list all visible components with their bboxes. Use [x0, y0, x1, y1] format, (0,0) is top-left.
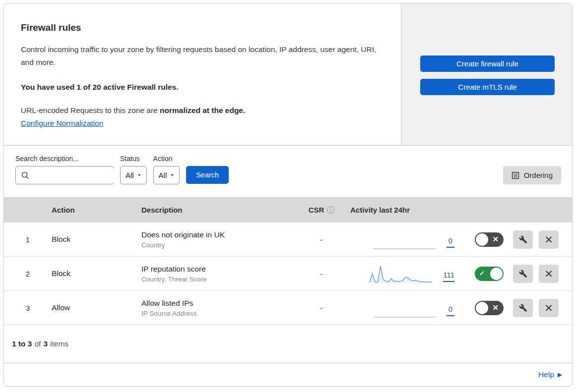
- rule-csr: -: [297, 235, 346, 244]
- action-select[interactable]: All ▼: [153, 166, 180, 184]
- col-action: Action: [52, 206, 141, 214]
- filter-bar: Search description... Status All ▼ Actio…: [4, 146, 572, 197]
- col-activity: Activity last 24hr: [346, 206, 465, 214]
- rule-priority: 1: [4, 235, 52, 244]
- page-title: Firewall rules: [21, 22, 381, 33]
- search-label: Search description...: [15, 155, 114, 163]
- toggle-knob: [476, 302, 488, 314]
- toggle-knob: [476, 233, 488, 246]
- x-icon: ✕: [492, 235, 499, 244]
- pagination-of: of: [34, 339, 41, 348]
- toggle-cell: ✓ ✕: [465, 301, 513, 315]
- pagination-range: 1 to 3: [12, 339, 32, 348]
- table-row: 3 Allow Allow listed IPs IP Source Addre…: [4, 291, 572, 325]
- delete-cell: ✕: [539, 299, 569, 317]
- activity-count-link[interactable]: 0: [447, 305, 454, 316]
- arrow-right-icon: ▶: [558, 371, 562, 378]
- toggle-cell: ✓ ✕: [465, 267, 513, 281]
- rule-enabled-toggle[interactable]: ✓ ✕: [475, 232, 504, 247]
- pagination-summary: 1 to 3 of 3 items: [4, 325, 572, 363]
- status-value: All: [126, 171, 134, 179]
- col-description: Description: [141, 206, 297, 214]
- close-icon: ✕: [544, 269, 553, 279]
- rule-enabled-toggle[interactable]: ✓ ✕: [475, 267, 504, 281]
- edit-rule-button[interactable]: [513, 265, 533, 283]
- header-section: Firewall rules Control incoming traffic …: [4, 3, 572, 146]
- toggle-knob: [490, 268, 503, 280]
- rule-priority: 2: [4, 270, 52, 278]
- action-label: Action: [153, 155, 180, 163]
- edit-rule-button[interactable]: [513, 230, 533, 249]
- rule-description: Allow listed IPs IP Source Address: [141, 299, 297, 317]
- create-firewall-rule-button[interactable]: Create firewall rule: [420, 56, 555, 72]
- header-text-block: Firewall rules Control incoming traffic …: [4, 3, 401, 145]
- page-description: Control incoming traffic to your zone by…: [21, 43, 381, 69]
- rule-title: Allow listed IPs: [141, 299, 297, 308]
- check-icon: ✓: [479, 270, 485, 277]
- edit-cell: [513, 299, 539, 317]
- rule-enabled-toggle[interactable]: ✓ ✕: [475, 301, 504, 315]
- activity-sparkline: [372, 229, 437, 250]
- normalization-note: URL-encoded Requests to this zone are no…: [21, 106, 381, 115]
- x-icon: ✕: [492, 303, 499, 312]
- pagination-total: 3: [43, 339, 48, 348]
- help-label: Help: [538, 370, 554, 379]
- activity-count-link[interactable]: 0: [447, 236, 454, 248]
- rule-action: Allow: [52, 303, 141, 312]
- status-label: Status: [120, 155, 147, 163]
- activity-count-link[interactable]: 111: [443, 271, 454, 282]
- wrench-icon: [519, 270, 527, 278]
- rule-fields: Country, Threat Score: [141, 276, 297, 283]
- wrench-icon: [519, 235, 527, 244]
- search-group: Search description...: [15, 155, 114, 184]
- chevron-down-icon: ▼: [170, 173, 174, 177]
- rule-description: Does not originate in UK Country: [141, 230, 297, 249]
- help-section: Help ▶: [4, 363, 572, 386]
- status-filter-group: Status All ▼: [120, 155, 147, 184]
- help-link[interactable]: Help ▶: [538, 370, 562, 379]
- close-icon: ✕: [544, 303, 553, 313]
- activity-sparkline: [369, 263, 433, 284]
- csr-label: CSR: [309, 206, 324, 214]
- status-select[interactable]: All ▼: [120, 166, 147, 184]
- ordering-button[interactable]: Ordering: [503, 166, 561, 184]
- table-header: Action Description CSR i Activity last 2…: [4, 197, 572, 223]
- rule-title: Does not originate in UK: [141, 230, 297, 239]
- normalization-text: URL-encoded Requests to this zone are: [21, 106, 158, 114]
- rule-fields: Country: [141, 241, 297, 249]
- rule-title: IP reputation score: [141, 265, 297, 274]
- rule-activity: 0: [346, 229, 465, 250]
- rule-priority: 3: [4, 304, 52, 312]
- configure-normalization-link[interactable]: Configure Normalization: [21, 119, 103, 128]
- toggle-cell: ✓ ✕: [465, 232, 513, 247]
- col-csr: CSR i: [297, 206, 346, 214]
- table-row: 1 Block Does not originate in UK Country…: [4, 223, 572, 257]
- edit-rule-button[interactable]: [513, 299, 533, 317]
- create-mtls-rule-button[interactable]: Create mTLS rule: [420, 79, 555, 95]
- chevron-down-icon: ▼: [137, 173, 141, 177]
- activity-sparkline: [372, 297, 437, 318]
- delete-rule-button[interactable]: ✕: [539, 299, 559, 317]
- rule-activity: 111: [346, 263, 465, 284]
- delete-cell: ✕: [539, 230, 569, 249]
- edit-cell: [513, 265, 539, 283]
- rule-fields: IP Source Address: [141, 310, 297, 317]
- delete-rule-button[interactable]: ✕: [539, 230, 559, 249]
- rule-action: Block: [52, 235, 141, 244]
- info-icon[interactable]: i: [327, 206, 334, 214]
- rule-description: IP reputation score Country, Threat Scor…: [141, 265, 297, 283]
- rule-action: Block: [52, 269, 141, 278]
- action-value: All: [159, 171, 167, 179]
- search-input[interactable]: [34, 168, 124, 183]
- firewall-rules-card: Firewall rules Control incoming traffic …: [3, 3, 573, 387]
- wrench-icon: [519, 304, 527, 312]
- ordering-label: Ordering: [524, 171, 553, 179]
- search-button[interactable]: Search: [186, 166, 229, 184]
- table-row: 2 Block IP reputation score Country, Thr…: [4, 257, 572, 291]
- action-filter-group: Action All ▼: [153, 155, 180, 184]
- pagination-items: items: [50, 339, 68, 348]
- actions-panel: Create firewall rule Create mTLS rule: [401, 3, 572, 145]
- delete-rule-button[interactable]: ✕: [539, 265, 559, 283]
- search-icon: [21, 171, 30, 180]
- list-icon: [512, 171, 519, 179]
